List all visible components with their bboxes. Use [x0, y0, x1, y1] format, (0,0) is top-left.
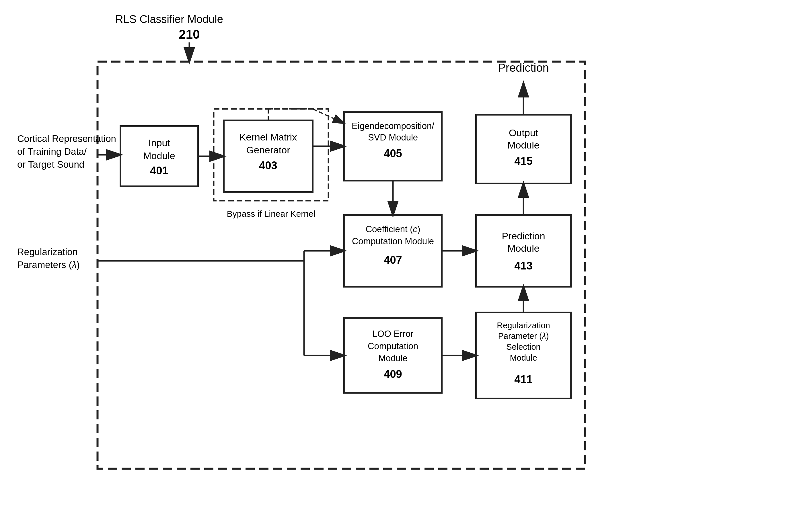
input-lbl1: Input: [148, 137, 170, 148]
reg-lbl1: Regularization: [17, 246, 78, 257]
loo-lbl3: Module: [378, 353, 408, 363]
coeff-num: 407: [384, 254, 402, 266]
output-num: 415: [514, 155, 532, 167]
input-lbl2: Module: [143, 150, 175, 161]
output-lbl2: Module: [508, 140, 540, 151]
rls-number-text: 210: [179, 27, 200, 41]
regsel-lbl3: Selection: [506, 342, 540, 352]
output-lbl1: Output: [509, 127, 539, 138]
regsel-num: 411: [514, 373, 532, 385]
loo-lbl2: Computation: [368, 341, 418, 351]
kernel-lbl2: Generator: [246, 145, 290, 155]
rls-label-text: RLS Classifier Module: [115, 13, 223, 25]
bypass-lbl: Bypass if Linear Kernel: [227, 209, 316, 218]
loo-num: 409: [384, 368, 402, 380]
eigen-lbl2: SVD Module: [368, 132, 418, 143]
eigen-lbl1: Eigendecomposition/: [352, 121, 434, 131]
cortical-lbl2: of Training Data/: [17, 146, 87, 157]
regsel-lbl4: Module: [510, 353, 537, 362]
pred-num: 413: [514, 260, 532, 272]
pred-lbl1: Prediction: [502, 231, 545, 241]
input-num: 401: [150, 164, 168, 177]
pred-lbl2: Module: [508, 243, 540, 254]
kernel-lbl1: Kernel Matrix: [239, 131, 297, 143]
prediction-out-label: Prediction: [498, 61, 549, 74]
regsel-lbl2: Parameter (λ): [498, 331, 549, 340]
coeff-lbl2: Computation Module: [352, 236, 434, 246]
coeff-lbl1: Coefficient (c): [366, 224, 420, 234]
cortical-lbl3: or Target Sound: [17, 159, 84, 170]
main-diagram: RLS Classifier Module 210 Input Module 4…: [0, 0, 812, 510]
loo-lbl1: LOO Error: [373, 329, 414, 339]
eigen-num: 405: [384, 147, 402, 159]
kernel-num: 403: [259, 159, 277, 172]
svg-rect-4: [0, 0, 812, 510]
regsel-lbl1: Regularization: [497, 321, 550, 330]
reg-lbl2: Parameters (λ): [17, 260, 80, 270]
cortical-lbl1: Cortical Representation: [17, 133, 116, 144]
